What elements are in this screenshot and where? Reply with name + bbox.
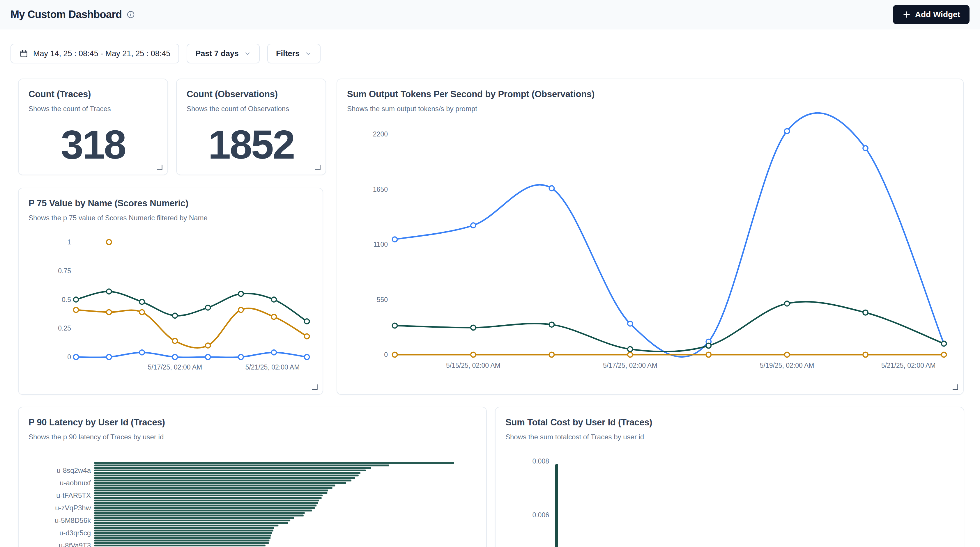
calendar-icon [19,49,29,58]
page-title: My Custom Dashboard [11,8,122,21]
cost-bar-chart[interactable]: 0.0080.006 [496,448,964,547]
filters-label: Filters [276,49,299,58]
widget-p75-by-name: P 75 Value by Name (Scores Numeric) Show… [18,188,323,395]
widget-p90-latency: P 90 Latency by User Id (Traces) Shows t… [18,407,487,547]
count-observations-value: 1852 [177,120,326,169]
svg-text:1650: 1650 [373,186,388,193]
svg-text:5/21/25, 02:00 AM: 5/21/25, 02:00 AM [881,361,936,369]
widget-title: P 75 Value by Name (Scores Numeric) [19,188,323,209]
svg-text:5/15/25, 02:00 AM: 5/15/25, 02:00 AM [446,361,501,369]
widget-title: Sum Total Cost by User Id (Traces) [496,407,964,428]
widget-subtitle: Shows the sum output tokens/s by prompt [337,100,963,113]
svg-text:550: 550 [377,296,388,303]
widget-cost-by-user: Sum Total Cost by User Id (Traces) Shows… [495,407,964,547]
widget-subtitle: Shows the count of Traces [19,100,167,113]
svg-text:1100: 1100 [374,241,388,248]
svg-text:2200: 2200 [373,130,388,138]
filters-button[interactable]: Filters [267,44,321,63]
svg-text:u-tFAR5TX: u-tFAR5TX [56,492,91,499]
svg-text:0: 0 [384,351,388,358]
chevron-down-icon [305,50,312,57]
svg-text:0.5: 0.5 [62,296,71,303]
widget-count-traces: Count (Traces) Shows the count of Traces… [18,79,168,175]
resize-handle-icon[interactable] [156,164,163,171]
widget-subtitle: Shows the p 90 latency of Traces by user… [19,428,486,441]
widget-tokens-by-prompt: Sum Output Tokens Per Second by Prompt (… [337,79,964,395]
svg-text:5/17/25, 02:00 AM: 5/17/25, 02:00 AM [148,363,202,371]
svg-text:0.25: 0.25 [58,324,71,332]
chevron-down-icon [244,50,251,57]
svg-text:0.006: 0.006 [532,511,549,519]
resize-handle-icon[interactable] [952,384,958,390]
preset-label: Past 7 days [196,49,239,58]
svg-text:0.008: 0.008 [532,457,549,465]
info-icon[interactable] [127,11,135,19]
widget-title: Sum Output Tokens Per Second by Prompt (… [337,79,963,100]
tokens-line-chart[interactable]: 05501100165022005/15/25, 02:00 AM5/17/25… [338,120,964,393]
svg-text:u-d3qr5cg: u-d3qr5cg [59,529,91,537]
widget-title: Count (Observations) [177,79,326,100]
widget-title: P 90 Latency by User Id (Traces) [19,407,486,428]
svg-text:1: 1 [67,238,71,246]
svg-text:0: 0 [67,353,71,361]
date-range-button[interactable]: May 14, 25 : 08:45 - May 21, 25 : 08:45 [11,44,179,63]
widget-subtitle: Shows the p 75 value of Scores Numeric f… [19,209,323,222]
date-range-label: May 14, 25 : 08:45 - May 21, 25 : 08:45 [33,49,170,58]
svg-text:u-8sq2w4a: u-8sq2w4a [57,466,91,474]
preset-button[interactable]: Past 7 days [187,44,260,63]
svg-text:u-zVqP3hw: u-zVqP3hw [55,504,91,512]
count-traces-value: 318 [19,120,167,169]
widget-subtitle: Shows the sum totalcost of Traces by use… [496,428,964,441]
plus-icon [902,10,911,19]
svg-text:5/19/25, 02:00 AM: 5/19/25, 02:00 AM [760,361,815,369]
svg-text:5/17/25, 02:00 AM: 5/17/25, 02:00 AM [603,361,657,369]
resize-handle-icon[interactable] [312,384,318,390]
topbar: My Custom Dashboard Add Widget [0,0,980,29]
svg-text:u-aobnuxf: u-aobnuxf [60,479,91,487]
toolbar: May 14, 25 : 08:45 - May 21, 25 : 08:45 … [11,44,321,63]
add-widget-button[interactable]: Add Widget [893,5,969,24]
widget-title: Count (Traces) [19,79,167,100]
add-widget-label: Add Widget [915,10,960,19]
svg-text:0.75: 0.75 [58,267,71,275]
p90-bar-chart[interactable]: u-8sq2w4au-aobnuxfu-tFAR5TXu-zVqP3hwu-5M… [19,448,487,547]
svg-text:5/21/25, 02:00 AM: 5/21/25, 02:00 AM [245,363,300,371]
widget-count-observations: Count (Observations) Shows the count of … [176,79,326,175]
resize-handle-icon[interactable] [315,164,321,171]
svg-text:u-8fVa9T3: u-8fVa9T3 [59,541,91,547]
p75-line-chart[interactable]: 00.250.50.7515/17/25, 02:00 AM5/21/25, 0… [19,229,323,395]
widget-subtitle: Shows the count of Observations [177,100,326,113]
svg-text:u-5M8D56k: u-5M8D56k [55,517,91,524]
